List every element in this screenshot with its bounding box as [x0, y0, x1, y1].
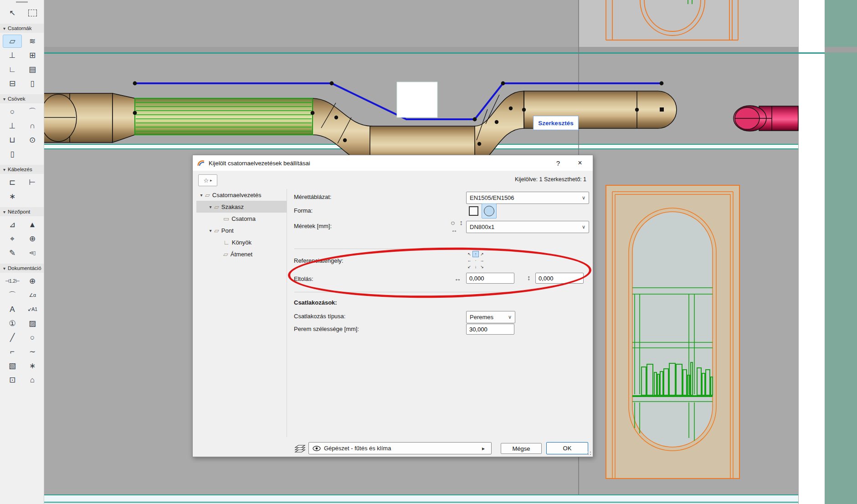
anchor-cell-8[interactable]: ↘ [479, 264, 485, 270]
favorites-button[interactable]: ☆▸ [198, 174, 217, 186]
connection-type-select[interactable]: Peremes ∨ [466, 311, 515, 323]
tree-item-atmenet[interactable]: ▱Átmenet [196, 248, 287, 260]
dialog-titlebar[interactable]: Kijelölt csatornaelvezetések beállításai [193, 155, 593, 171]
section-tool[interactable]: ⊿ [3, 218, 22, 231]
dimension-tool[interactable]: ⊣1.2⊢ [3, 275, 22, 288]
line-tool[interactable]: ╱ [3, 331, 22, 344]
section-header-csatornak[interactable]: ▾Csatornák [0, 24, 44, 33]
fill-tool[interactable]: ▨ [23, 317, 42, 330]
section-header-csovek[interactable]: ▾Csövek [0, 94, 44, 103]
pipe-segment-tool[interactable]: ○ [3, 105, 22, 118]
pipe-bend-tool[interactable]: ⌒ [23, 105, 42, 118]
zone-stamp-tool[interactable]: ① [3, 317, 22, 330]
offset-x-input[interactable] [466, 273, 514, 284]
cable-tray-t-tool[interactable]: ⊢ [23, 176, 42, 189]
image-tool[interactable]: ⊡ [3, 373, 22, 387]
duct-junction-tool[interactable]: ⊟ [3, 77, 22, 90]
pipe-drain-tool[interactable]: ⊔ [3, 133, 22, 147]
text-tool[interactable]: A [3, 303, 22, 316]
selected-duct-segment[interactable] [135, 98, 313, 135]
cancel-button[interactable]: Mégse [501, 443, 542, 454]
anchor-cell-5[interactable]: → [479, 257, 485, 264]
dialog-title: Kijelölt csatornaelvezetések beállításai [209, 160, 310, 167]
favorites-arrow-icon: ▸ [210, 178, 212, 183]
circle-shape-icon [484, 206, 494, 216]
angle-dimension-tool[interactable]: ∠α [23, 289, 42, 302]
shape-rect-button[interactable] [466, 204, 481, 219]
object-tool[interactable]: ⌂ [23, 373, 42, 387]
hatch-tool[interactable]: ▧ [3, 359, 22, 372]
pipe-elbow-tool[interactable]: ∩ [23, 119, 42, 132]
star-tool[interactable]: ∗ [23, 359, 42, 372]
duct-louver-tool[interactable]: ▤ [23, 63, 42, 76]
spline-tool[interactable]: ∼ [23, 345, 42, 358]
worksheet-tool[interactable]: ✎ [3, 246, 22, 260]
duct-elbow-tool[interactable]: ∟ [3, 63, 22, 76]
radial-dimension-tool-icon: ⌒ [9, 291, 16, 299]
section-header-kabelezes[interactable]: ▾Kábelezés [0, 165, 44, 174]
anchor-cell-4[interactable]: · [472, 257, 479, 264]
polyline-tool[interactable]: ⌐ [3, 345, 22, 358]
marquee-tool[interactable] [23, 6, 42, 20]
circle-tool[interactable]: ○ [23, 331, 42, 344]
tree-item-label: Csatorna [231, 215, 256, 222]
radial-dimension-tool[interactable]: ⌒ [3, 289, 22, 302]
tree-item-konyok[interactable]: ∟Könyök [196, 236, 287, 248]
cable-tray-tool-icon: ⊏ [9, 178, 15, 186]
anchor-cell-3[interactable]: ← [466, 257, 472, 264]
tree-item-csatorna[interactable]: ▭Csatorna [196, 213, 287, 224]
anchor-cell-0[interactable]: ↖ [466, 251, 472, 257]
cable-tray-tool[interactable]: ⊏ [3, 176, 22, 189]
sizes-select[interactable]: DN800x1 ∨ [466, 221, 589, 233]
tree-item-szakasz[interactable]: ▾▱Szakasz [196, 201, 287, 213]
pipe-t-junction-tool[interactable]: ⊥ [3, 119, 22, 132]
edit-mode-label[interactable]: Szerkesztés [533, 116, 579, 130]
door-elevation[interactable] [606, 185, 739, 479]
chevron-down-icon[interactable]: ▾ [198, 193, 205, 198]
anchor-cell-6[interactable]: ↙ [466, 264, 472, 270]
section-tool-icon: ⊿ [9, 221, 15, 229]
resize-grip[interactable] [590, 454, 591, 455]
arrow-tool[interactable]: ↖ [3, 6, 22, 20]
duct-segment-tool[interactable]: ▱ [3, 35, 22, 48]
pipe-element[interactable] [734, 106, 798, 131]
shape-round-button[interactable] [482, 204, 497, 219]
detail-tool[interactable]: ⊕ [23, 232, 42, 245]
close-button[interactable]: × [571, 155, 589, 171]
duct-t-junction-tool[interactable]: ⊥ [3, 49, 22, 62]
cable-flex-tool[interactable]: ∗ [3, 190, 22, 203]
chevron-down-icon[interactable]: ▾ [207, 204, 214, 209]
chevron-down-icon[interactable]: ▾ [207, 228, 214, 233]
layer-select[interactable]: Gépészet - fűtés és klíma ▸ [308, 442, 492, 454]
pipe-bend-tool-icon: ⌒ [29, 108, 36, 116]
anchor-cell-7[interactable]: ↓ [472, 264, 479, 270]
top-door-wireframe[interactable] [606, 0, 738, 40]
elevation-tool[interactable]: ▲ [23, 218, 42, 231]
pipe-vertical-tool[interactable]: ▯ [3, 148, 22, 161]
tree-item-csatornaelvezetes[interactable]: ▾▱Csatornaelvezetés [196, 189, 287, 201]
interior-elevation-tool[interactable]: ⌖ [3, 232, 22, 245]
label-tool[interactable]: ↙A1 [23, 303, 42, 316]
reference-axis-anchor-grid[interactable]: ↖↑↗←·→↙↓↘ [466, 251, 486, 271]
duct-flexible-tool[interactable]: ≋ [23, 35, 42, 48]
tree-item-pont[interactable]: ▾▱Pont [196, 224, 287, 236]
anchor-cell-1[interactable]: ↑ [472, 251, 479, 257]
duct-vertical-tool[interactable]: ▯ [23, 77, 42, 90]
anchor-cell-2[interactable]: ↗ [479, 251, 485, 257]
atmenet-icon: ▱ [223, 250, 228, 258]
ok-button[interactable]: OK [546, 442, 588, 454]
pipe-tank-tool[interactable]: ⊙ [23, 133, 42, 147]
circular-dimension-tool[interactable]: ⊕ [23, 275, 42, 288]
flange-width-input[interactable] [466, 324, 514, 335]
duct-settings-dialog: Kijelölt csatornaelvezetések beállításai… [192, 155, 593, 457]
offset-y-input[interactable] [535, 273, 584, 284]
camera-tool[interactable]: ⊲▯ [23, 246, 42, 260]
white-note-box[interactable] [397, 82, 437, 117]
section-header-dokumentacio[interactable]: ▾Dokumentáció [0, 264, 44, 273]
cable-tray-t-tool-icon: ⊢ [29, 178, 36, 186]
duct-takeoff-tool[interactable]: ⊞ [23, 49, 42, 62]
help-button[interactable]: ? [549, 155, 567, 171]
size-table-select[interactable]: EN1505/EN1506 ∨ [466, 192, 589, 204]
toolbar-drag-handle[interactable] [16, 1, 28, 3]
section-header-nezopont[interactable]: ▾Nézőpont [0, 207, 44, 216]
